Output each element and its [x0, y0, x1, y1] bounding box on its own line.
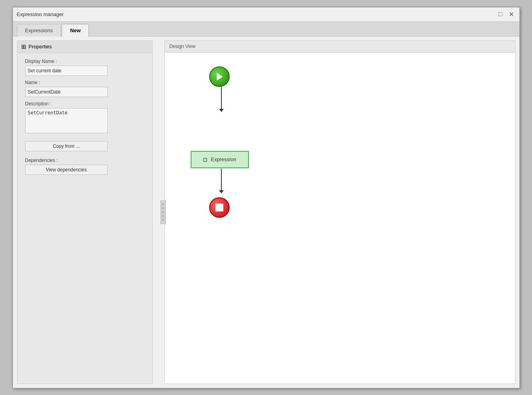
title-bar-controls: □ ✕: [497, 10, 515, 18]
arrow-head-1: [219, 109, 224, 112]
expression-node-icon: ⊡: [203, 156, 208, 163]
handle-dot-5: [162, 219, 164, 220]
name-group: Name :: [25, 80, 144, 97]
title-bar-left: Expression manager: [17, 11, 64, 17]
properties-panel: ⊞ Properties Display Name : Name : Descr…: [17, 40, 153, 384]
arrow-line-1: [221, 87, 222, 109]
panel-body: Display Name : Name : Description : Copy…: [17, 53, 152, 384]
handle-dot-2: [162, 208, 164, 209]
dependencies-section: Dependencies : View dependencies: [25, 158, 144, 175]
expression-node[interactable]: ⊡ Expression: [191, 151, 249, 168]
minimize-button[interactable]: □: [497, 10, 504, 18]
tab-expressions[interactable]: Expressions: [17, 24, 61, 37]
design-header: Design View: [165, 41, 515, 53]
arrow-head-2: [219, 190, 224, 193]
panel-header: ⊞ Properties: [17, 41, 152, 53]
stop-icon: [215, 204, 223, 211]
description-input[interactable]: [25, 108, 108, 133]
tab-new[interactable]: New: [62, 24, 89, 37]
arrow-start-to-expression: [219, 87, 224, 112]
expression-node-label: Expression: [211, 156, 236, 162]
name-label: Name :: [25, 80, 144, 85]
design-body: ⊡ Expression: [165, 53, 515, 384]
panel-collapse-handle[interactable]: [160, 200, 166, 224]
dependencies-label: Dependencies :: [25, 158, 144, 163]
arrow-line-2: [221, 169, 222, 190]
description-label: Description :: [25, 101, 144, 107]
close-button[interactable]: ✕: [508, 10, 515, 18]
display-name-input[interactable]: [25, 66, 108, 76]
properties-icon: ⊞: [21, 43, 26, 50]
main-window: Expression manager □ ✕ Expressions New ⊞…: [13, 7, 520, 388]
stop-node[interactable]: [209, 197, 230, 218]
design-panel: Design View ⊡ Expressio: [164, 40, 515, 384]
copy-from-section: Copy from ...: [25, 141, 144, 151]
title-bar: Expression manager □ ✕: [13, 7, 519, 22]
panel-title: Properties: [29, 44, 52, 50]
main-content: ⊞ Properties Display Name : Name : Descr…: [13, 37, 519, 388]
view-dependencies-button[interactable]: View dependencies: [25, 165, 108, 175]
handle-dot-1: [162, 204, 164, 205]
start-arrow-icon: [217, 73, 223, 81]
arrow-expression-to-stop: [219, 169, 224, 193]
handle-dot-3: [162, 211, 164, 213]
design-view-tab[interactable]: Design View: [169, 44, 195, 49]
description-group: Description :: [25, 101, 144, 133]
window-title: Expression manager: [17, 11, 64, 17]
copy-from-button[interactable]: Copy from ...: [25, 141, 108, 151]
display-name-label: Display Name :: [25, 59, 144, 64]
start-node[interactable]: [209, 66, 230, 87]
handle-dot-4: [162, 215, 164, 217]
diagram-container: ⊡ Expression: [165, 53, 515, 384]
tabs-bar: Expressions New: [13, 22, 519, 37]
name-input[interactable]: [25, 87, 108, 97]
display-name-group: Display Name :: [25, 59, 144, 76]
